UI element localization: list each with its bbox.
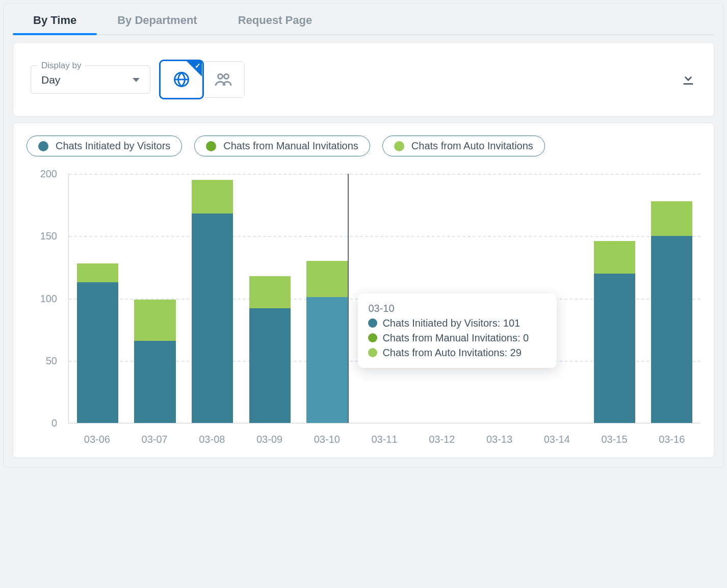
- view-mode-toggle: ✓: [161, 61, 245, 98]
- tooltip-text: Chats from Manual Invitations: 0: [382, 332, 529, 344]
- bar-segment-visitors: [306, 297, 348, 423]
- check-icon: ✓: [195, 62, 201, 70]
- tab-bar: By Time By Department Request Page: [13, 4, 714, 35]
- bar: [594, 241, 635, 423]
- download-icon: [680, 70, 696, 87]
- tooltip-dot-icon: [368, 348, 377, 357]
- svg-rect-3: [684, 83, 693, 85]
- view-mode-global-button[interactable]: ✓: [161, 61, 202, 98]
- x-tick-label: 03-07: [126, 434, 184, 445]
- y-tick-label: 100: [27, 292, 57, 304]
- legend-label: Chats Initiated by Visitors: [56, 140, 170, 152]
- display-by-value: Day: [41, 74, 60, 86]
- y-tick-label: 50: [27, 355, 57, 366]
- tooltip-row: Chats from Auto Invitations: 29: [368, 347, 544, 359]
- x-axis: 03-0603-0703-0803-0903-1003-1103-1203-13…: [68, 423, 700, 445]
- people-icon: [214, 70, 232, 89]
- bar-segment-auto: [192, 180, 233, 213]
- tab-by-department[interactable]: By Department: [97, 7, 217, 34]
- x-tick-label: 03-06: [68, 434, 126, 445]
- tooltip-dot-icon: [368, 333, 377, 342]
- display-by-label: Display by: [37, 61, 85, 71]
- bar-slot[interactable]: [299, 174, 356, 423]
- bar: [192, 180, 233, 423]
- tooltip-text: Chats Initiated by Visitors: 101: [382, 317, 520, 329]
- tab-by-time[interactable]: By Time: [13, 7, 97, 34]
- bar: [306, 261, 348, 423]
- bar-segment-visitors: [651, 236, 692, 423]
- svg-point-1: [218, 74, 223, 79]
- x-tick-label: 03-08: [183, 434, 241, 445]
- bar: [651, 201, 692, 423]
- bar: [134, 300, 175, 423]
- chart-area: 050100150200 03-10Chats Initiated by Vis…: [27, 174, 700, 445]
- legend-dot-icon: [206, 141, 216, 151]
- tooltip-text: Chats from Auto Invitations: 29: [382, 347, 521, 359]
- svg-point-2: [224, 74, 229, 79]
- bar-segment-auto: [249, 276, 291, 309]
- download-button[interactable]: [680, 70, 696, 89]
- tooltip-dot-icon: [368, 318, 377, 328]
- display-by-select[interactable]: Display by Day: [31, 65, 150, 94]
- bar-slot[interactable]: [643, 174, 700, 423]
- legend-manual[interactable]: Chats from Manual Invitations: [194, 136, 370, 156]
- bar: [77, 263, 118, 423]
- x-tick-label: 03-12: [413, 434, 471, 445]
- view-mode-agents-button[interactable]: [202, 62, 244, 97]
- legend-label: Chats from Auto Invitations: [411, 140, 533, 152]
- y-tick-label: 200: [27, 168, 57, 180]
- legend-dot-icon: [394, 141, 404, 151]
- x-tick-label: 03-09: [241, 434, 298, 445]
- bar-segment-auto: [77, 263, 118, 282]
- legend-dot-icon: [38, 141, 48, 151]
- legend-visitors[interactable]: Chats Initiated by Visitors: [27, 136, 182, 156]
- bar-slot[interactable]: [184, 174, 241, 423]
- tooltip-title: 03-10: [368, 303, 544, 314]
- bar-segment-auto: [594, 241, 635, 274]
- legend-row: Chats Initiated by Visitors Chats from M…: [27, 136, 700, 156]
- controls-bar: Display by Day ✓: [13, 42, 714, 117]
- legend-auto[interactable]: Chats from Auto Invitations: [382, 136, 545, 156]
- chart-tooltip: 03-10Chats Initiated by Visitors: 101Cha…: [358, 293, 557, 368]
- hover-guideline: [348, 174, 349, 423]
- y-tick-label: 150: [27, 230, 57, 242]
- bar-slot[interactable]: [586, 174, 643, 423]
- y-axis: 050100150200: [27, 174, 62, 425]
- bar-slot[interactable]: [241, 174, 299, 423]
- bar-segment-visitors: [594, 274, 635, 423]
- plot-area[interactable]: 03-10Chats Initiated by Visitors: 101Cha…: [68, 174, 700, 423]
- bar-slot[interactable]: [69, 174, 126, 423]
- bar-segment-auto: [306, 261, 348, 297]
- bar-segment-visitors: [249, 308, 291, 423]
- y-tick-label: 0: [27, 417, 57, 429]
- bar-segment-visitors: [192, 213, 233, 423]
- x-tick-label: 03-14: [528, 434, 586, 445]
- bar-slot[interactable]: [126, 174, 184, 423]
- chevron-down-icon: [133, 78, 140, 82]
- bar-segment-visitors: [134, 341, 175, 423]
- bar: [249, 276, 291, 423]
- bar-segment-visitors: [77, 282, 118, 423]
- tooltip-row: Chats Initiated by Visitors: 101: [368, 317, 544, 329]
- chart-card: Chats Initiated by Visitors Chats from M…: [13, 123, 714, 458]
- x-tick-label: 03-15: [586, 434, 643, 445]
- bar-segment-auto: [651, 201, 692, 236]
- x-tick-label: 03-16: [643, 434, 700, 445]
- tab-request-page[interactable]: Request Page: [218, 7, 333, 34]
- tooltip-row: Chats from Manual Invitations: 0: [368, 332, 544, 344]
- x-tick-label: 03-11: [356, 434, 413, 445]
- bar-segment-auto: [134, 300, 175, 341]
- report-panel: By Time By Department Request Page Displ…: [3, 3, 724, 468]
- x-tick-label: 03-10: [298, 434, 356, 445]
- x-tick-label: 03-13: [471, 434, 528, 445]
- legend-label: Chats from Manual Invitations: [223, 140, 358, 152]
